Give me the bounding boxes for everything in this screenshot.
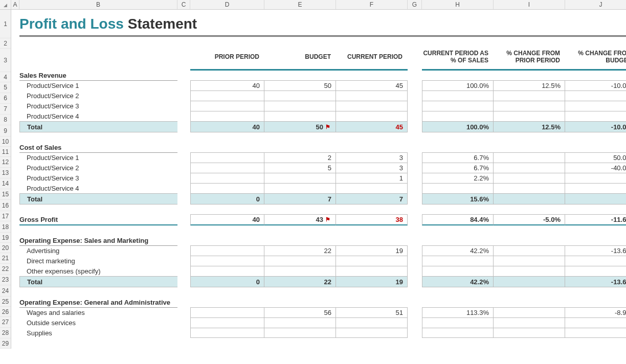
cell-budget[interactable] bbox=[264, 111, 336, 122]
row-21[interactable]: 21 bbox=[0, 253, 11, 264]
row-14[interactable]: 14 bbox=[0, 178, 11, 189]
line-item-label[interactable]: Wages and salaries bbox=[19, 307, 177, 318]
col-F[interactable]: F bbox=[336, 0, 408, 9]
cell-current[interactable] bbox=[336, 111, 408, 122]
row-4[interactable]: 4 bbox=[0, 72, 11, 82]
line-item-label[interactable]: Supplies bbox=[19, 328, 177, 338]
cell-current[interactable]: 45 bbox=[336, 80, 408, 91]
line-item-label[interactable]: Product/Service 2 bbox=[19, 163, 177, 173]
cell-pct-sales[interactable] bbox=[422, 101, 494, 111]
cell-prior[interactable] bbox=[190, 256, 264, 266]
cell-pct-prior[interactable] bbox=[494, 256, 565, 266]
col-H[interactable]: H bbox=[422, 0, 494, 9]
col-B[interactable]: B bbox=[19, 0, 177, 9]
line-item-label[interactable]: Advertising bbox=[19, 245, 177, 256]
line-item-label[interactable]: Product/Service 3 bbox=[19, 173, 177, 184]
cell-prior[interactable] bbox=[190, 307, 264, 318]
row-27[interactable]: 27 bbox=[0, 317, 11, 328]
cell-current[interactable]: 51 bbox=[336, 307, 408, 318]
cell-budget[interactable]: 22 bbox=[264, 245, 336, 256]
cell-pct-prior[interactable] bbox=[494, 111, 565, 122]
cell-current[interactable]: 3 bbox=[336, 152, 408, 163]
cell-pct-prior[interactable] bbox=[494, 90, 565, 101]
cell-pct-prior[interactable] bbox=[494, 266, 565, 277]
row-26[interactable]: 26 bbox=[0, 307, 11, 317]
cell-current[interactable] bbox=[336, 256, 408, 266]
cell-current[interactable] bbox=[336, 328, 408, 338]
row-10[interactable]: 10 bbox=[0, 136, 11, 147]
cell-pct-sales[interactable]: 42.2% bbox=[422, 245, 494, 256]
cell-budget[interactable] bbox=[264, 266, 336, 277]
cell-current[interactable] bbox=[336, 317, 408, 328]
cell-current[interactable]: 1 bbox=[336, 173, 408, 184]
cell-pct-sales[interactable] bbox=[422, 266, 494, 277]
cell-current[interactable] bbox=[336, 101, 408, 111]
cell-pct-prior[interactable]: 12.5% bbox=[494, 80, 565, 91]
cell-pct-budget[interactable] bbox=[565, 328, 626, 338]
cell-budget[interactable]: 5 bbox=[264, 163, 336, 173]
cell-pct-sales[interactable]: 100.0% bbox=[422, 80, 494, 91]
cell-budget[interactable] bbox=[264, 101, 336, 111]
cell-budget[interactable]: 2 bbox=[264, 152, 336, 163]
cell-prior[interactable]: 40 bbox=[190, 80, 264, 91]
cell-prior[interactable] bbox=[190, 163, 264, 173]
cell-pct-sales[interactable] bbox=[422, 256, 494, 266]
cell-pct-prior[interactable] bbox=[494, 152, 565, 163]
row-12[interactable]: 12 bbox=[0, 157, 11, 168]
col-J[interactable]: J bbox=[565, 0, 626, 9]
cell-pct-sales[interactable]: 6.7% bbox=[422, 152, 494, 163]
cell-prior[interactable] bbox=[190, 317, 264, 328]
row-2[interactable]: 2 bbox=[0, 38, 11, 49]
worksheet-content[interactable]: Profit and LossStatementPRIOR PERIODBUDG… bbox=[11, 10, 626, 349]
line-item-label[interactable]: Product/Service 2 bbox=[19, 90, 177, 101]
row-3[interactable]: 3 bbox=[0, 49, 11, 72]
line-item-label[interactable]: Product/Service 1 bbox=[19, 152, 177, 163]
cell-pct-budget[interactable]: -13.6% bbox=[565, 245, 626, 256]
cell-pct-budget[interactable] bbox=[565, 256, 626, 266]
row-9[interactable]: 9 bbox=[0, 125, 11, 136]
cell-pct-sales[interactable] bbox=[422, 317, 494, 328]
cell-prior[interactable] bbox=[190, 266, 264, 277]
cell-prior[interactable] bbox=[190, 152, 264, 163]
line-item-label[interactable]: Direct marketing bbox=[19, 256, 177, 266]
cell-prior[interactable] bbox=[190, 173, 264, 184]
row-24[interactable]: 24 bbox=[0, 285, 11, 297]
cell-pct-prior[interactable] bbox=[494, 101, 565, 111]
cell-current[interactable] bbox=[336, 266, 408, 277]
cell-budget[interactable] bbox=[264, 317, 336, 328]
cell-current[interactable] bbox=[336, 90, 408, 101]
col-E[interactable]: E bbox=[264, 0, 336, 9]
line-item-label[interactable]: Product/Service 3 bbox=[19, 101, 177, 111]
cell-pct-budget[interactable]: -10.0% bbox=[565, 80, 626, 91]
row-22[interactable]: 22 bbox=[0, 264, 11, 275]
cell-budget[interactable] bbox=[264, 90, 336, 101]
cell-pct-sales[interactable] bbox=[422, 328, 494, 338]
col-G[interactable]: G bbox=[408, 0, 422, 9]
cell-pct-budget[interactable] bbox=[565, 101, 626, 111]
cell-pct-budget[interactable] bbox=[565, 183, 626, 194]
cell-prior[interactable] bbox=[190, 245, 264, 256]
cell-pct-sales[interactable]: 6.7% bbox=[422, 163, 494, 173]
cell-budget[interactable]: 56 bbox=[264, 307, 336, 318]
cell-budget[interactable] bbox=[264, 183, 336, 194]
col-I[interactable]: I bbox=[494, 0, 565, 9]
cell-pct-budget[interactable] bbox=[565, 173, 626, 184]
row-23[interactable]: 23 bbox=[0, 275, 11, 285]
cell-pct-budget[interactable]: -40.0% bbox=[565, 163, 626, 173]
cell-current[interactable]: 19 bbox=[336, 245, 408, 256]
cell-pct-prior[interactable] bbox=[494, 328, 565, 338]
col-C[interactable]: C bbox=[177, 0, 190, 9]
row-6[interactable]: 6 bbox=[0, 93, 11, 104]
row-7[interactable]: 7 bbox=[0, 104, 11, 115]
cell-prior[interactable] bbox=[190, 328, 264, 338]
cell-budget[interactable] bbox=[264, 256, 336, 266]
cell-pct-budget[interactable]: 50.0% bbox=[565, 152, 626, 163]
cell-prior[interactable] bbox=[190, 101, 264, 111]
cell-pct-prior[interactable] bbox=[494, 173, 565, 184]
cell-pct-sales[interactable] bbox=[422, 111, 494, 122]
cell-pct-budget[interactable]: -8.9% bbox=[565, 307, 626, 318]
cell-pct-prior[interactable] bbox=[494, 317, 565, 328]
cell-pct-prior[interactable] bbox=[494, 183, 565, 194]
cell-pct-budget[interactable] bbox=[565, 111, 626, 122]
cell-prior[interactable] bbox=[190, 90, 264, 101]
